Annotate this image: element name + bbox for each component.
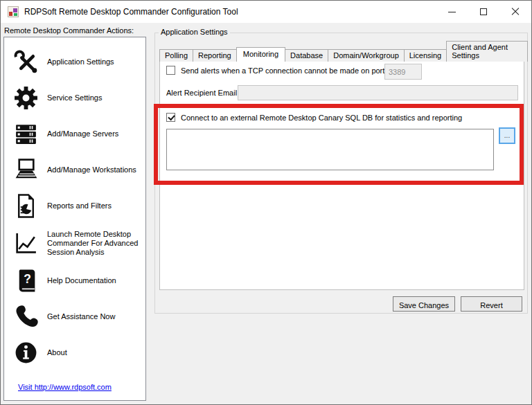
tcp-alert-checkbox-label: Send alerts when a TCP connection cannot… — [181, 66, 384, 75]
phone-icon — [4, 304, 47, 330]
email-input[interactable] — [238, 85, 518, 100]
tab-domain-workgroup[interactable]: Domain/Workgroup — [328, 49, 405, 62]
application-settings-groupbox: Application Settings Polling Reporting M… — [154, 33, 528, 314]
tab-polling[interactable]: Polling — [159, 49, 193, 62]
maximize-button[interactable] — [468, 1, 499, 23]
sidebar-item-label: Application Settings — [47, 57, 140, 66]
help-book-icon: ? — [4, 268, 47, 294]
window-controls — [436, 1, 531, 23]
tab-reporting[interactable]: Reporting — [193, 49, 237, 62]
window-title: RDPSoft Remote Desktop Commander Configu… — [24, 7, 238, 17]
maximize-icon — [480, 8, 487, 15]
port-input[interactable] — [384, 64, 422, 80]
sidebar-item-application-settings[interactable]: Application Settings — [4, 44, 145, 80]
sidebar-item-add-manage-servers[interactable]: Add/Manage Servers — [4, 116, 145, 152]
tab-database[interactable]: Database — [285, 49, 328, 62]
laptop-icon — [4, 157, 47, 183]
sidebar-item-about[interactable]: About — [4, 334, 145, 370]
app-icon — [8, 6, 19, 17]
close-icon — [511, 8, 520, 16]
tools-icon — [4, 49, 47, 75]
canary-db-checkbox[interactable] — [166, 113, 175, 122]
sidebar-item-label: Help Documentation — [47, 276, 140, 285]
report-icon — [4, 193, 47, 219]
sidebar-panel: Application Settings Service Settings Ad… — [3, 37, 146, 401]
title-bar: RDPSoft Remote Desktop Commander Configu… — [1, 1, 531, 23]
info-icon — [4, 340, 47, 366]
close-button[interactable] — [499, 1, 531, 23]
tab-licensing[interactable]: Licensing — [404, 49, 447, 62]
tab-monitoring[interactable]: Monitoring — [236, 47, 285, 62]
sidebar-item-label: About — [47, 348, 140, 357]
groupbox-label: Application Settings — [159, 28, 230, 36]
revert-button[interactable]: Revert — [461, 296, 522, 312]
minimize-button[interactable] — [436, 1, 468, 23]
sidebar-item-get-assistance-now[interactable]: Get Assistance Now — [4, 298, 145, 334]
tcp-alert-checkbox[interactable] — [166, 66, 175, 75]
sidebar-item-label: Reports and Filters — [47, 201, 140, 210]
gear-icon — [4, 85, 47, 111]
monitoring-tab-page: Send alerts when a TCP connection cannot… — [159, 54, 524, 290]
sidebar-item-launch-rdc-analysis[interactable]: Launch Remote Desktop Commander For Adva… — [4, 224, 145, 262]
sidebar-item-add-manage-workstations[interactable]: Add/Manage Workstations — [4, 152, 145, 188]
sidebar-item-service-settings[interactable]: Service Settings — [4, 80, 145, 116]
servers-icon — [4, 121, 47, 147]
sidebar-item-label: Get Assistance Now — [47, 312, 140, 321]
settings-tab-strip: Polling Reporting Monitoring Database Do… — [159, 41, 527, 62]
sidebar-item-label: Add/Manage Workstations — [47, 165, 140, 174]
canary-db-checkbox-label: Connect to an external Remote Desktop Ca… — [181, 114, 462, 123]
sidebar-item-reports-and-filters[interactable]: Reports and Filters — [4, 188, 145, 224]
app-window: RDPSoft Remote Desktop Commander Configu… — [0, 0, 532, 405]
tab-client-and-agent-settings[interactable]: Client and Agent Settings — [446, 41, 528, 62]
svg-text:?: ? — [24, 271, 31, 285]
save-changes-button[interactable]: Save Changes — [393, 296, 455, 312]
sidebar-item-label: Add/Manage Servers — [47, 129, 140, 138]
sidebar-item-label: Service Settings — [47, 93, 140, 102]
sidebar-header: Remote Desktop Commander Actions: — [4, 26, 134, 35]
minimize-icon — [448, 12, 456, 12]
sidebar-item-label: Launch Remote Desktop Commander For Adva… — [47, 230, 140, 257]
rdpsoft-website-link[interactable]: Visit http://www.rdpsoft.com — [18, 383, 112, 391]
browse-button[interactable]: ... — [499, 127, 515, 144]
sidebar-item-help-documentation[interactable]: ? Help Documentation — [4, 262, 145, 298]
line-chart-icon — [4, 231, 47, 256]
canary-db-connection-textarea[interactable] — [166, 129, 494, 170]
